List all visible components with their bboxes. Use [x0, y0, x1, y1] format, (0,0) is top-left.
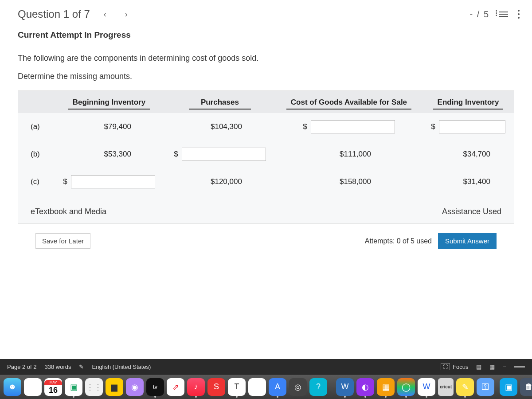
stocks-icon[interactable]: ⇗: [167, 378, 184, 396]
row-label-b: (b): [18, 141, 54, 168]
question-footer: Save for Later Attempts: 0 of 5 used Sub…: [18, 224, 514, 249]
appstore-icon[interactable]: A: [269, 378, 286, 396]
word-status-bar: Page 2 of 2 338 words ✎ English (United …: [0, 359, 532, 374]
spellcheck-icon[interactable]: ✎: [79, 364, 84, 370]
next-question-button[interactable]: ›: [120, 8, 133, 20]
assistance-link[interactable]: Assistance Used: [442, 207, 501, 216]
chrome-icon[interactable]: ◯: [397, 378, 415, 396]
top-bar: Question 1 of 7 ‹ › - / 5: [0, 0, 532, 26]
etextbook-link[interactable]: eTextbook and Media: [31, 207, 106, 216]
zoom-slider[interactable]: ━━━: [514, 364, 525, 370]
photos-icon[interactable]: ✿: [24, 378, 42, 396]
top-bar-right: - / 5: [470, 9, 520, 20]
edit-icon[interactable]: ✎: [248, 378, 266, 396]
a-ending-input[interactable]: [439, 120, 505, 133]
c-purchases: $120,000: [198, 177, 242, 186]
safari-icon[interactable]: ◎: [289, 378, 307, 396]
folder-icon[interactable]: ▆: [106, 378, 123, 396]
c-cogas: $158,000: [327, 177, 371, 186]
dollar-sign: $: [303, 122, 307, 131]
table-row: (b) $53,300 $ $111,000 $34,700: [18, 141, 514, 168]
table-footer: eTextbook and Media Assistance Used: [18, 196, 514, 223]
b-cogas: $111,000: [327, 150, 371, 159]
list-icon[interactable]: [499, 12, 508, 17]
c-ending: $31,400: [446, 177, 490, 186]
page-indicator[interactable]: Page 2 of 2: [7, 364, 37, 370]
table-row: (a) $79,400 $104,300 $ $: [18, 113, 514, 141]
grid-icon[interactable]: ▦: [377, 378, 395, 396]
appletv-icon[interactable]: tv: [146, 378, 164, 396]
podcasts-icon[interactable]: ◉: [126, 378, 144, 396]
save-for-later-button[interactable]: Save for Later: [35, 233, 90, 249]
prev-question-button[interactable]: ‹: [99, 8, 111, 20]
attempts-label: Attempts: 0 of 5 used: [365, 237, 432, 245]
question-text-2: Determine the missing amounts.: [18, 70, 514, 82]
mac-dock: ☻ ✿ MAY 16 ▣ ⋮⋮ ▆ ◉ tv ⇗ ♪ S T ✎ A ◎ ? W…: [0, 374, 532, 399]
b-ending: $34,700: [446, 150, 490, 159]
a-cogas-input[interactable]: [311, 120, 395, 133]
trash-icon[interactable]: 🗑: [520, 378, 532, 396]
canva-icon[interactable]: ◐: [356, 378, 374, 396]
col-ending: Ending Inventory: [433, 98, 504, 110]
table-row: (c) $ $120,000 $158,000 $31,400: [18, 168, 514, 196]
submit-answer-button[interactable]: Submit Answer: [438, 233, 497, 249]
language-indicator[interactable]: English (United States): [92, 364, 151, 370]
more-options-icon[interactable]: [518, 10, 520, 19]
cogs-table: Beginning Inventory Purchases Cost of Go…: [18, 91, 514, 196]
c-beginning-input[interactable]: [71, 175, 155, 188]
notion-s-icon[interactable]: S: [207, 378, 225, 396]
question-number: Question 1 of 7: [18, 8, 90, 20]
key-icon[interactable]: ⚿: [477, 378, 494, 396]
row-label-c: (c): [18, 168, 54, 196]
word-doc-icon[interactable]: W: [418, 378, 435, 396]
generic-app-icon[interactable]: ▣: [500, 378, 517, 396]
a-purchases: $104,300: [198, 122, 242, 131]
b-beginning: $53,300: [87, 150, 131, 159]
table-header-row: Beginning Inventory Purchases Cost of Go…: [18, 91, 514, 113]
notes-icon[interactable]: ✎: [456, 378, 474, 396]
calendar-icon[interactable]: MAY 16: [44, 378, 62, 396]
question-text-1: The following are the components in dete…: [18, 52, 514, 64]
cricut-icon[interactable]: cricut: [438, 378, 454, 396]
finder-icon[interactable]: ☻: [4, 378, 21, 396]
a-beginning: $79,400: [87, 122, 131, 131]
quiz-window: Question 1 of 7 ‹ › - / 5 Current Attemp…: [0, 0, 532, 359]
data-table-container: Beginning Inventory Purchases Cost of Go…: [18, 90, 514, 224]
word-icon[interactable]: W: [336, 378, 354, 396]
dollar-sign: $: [174, 150, 178, 159]
col-beginning: Beginning Inventory: [68, 98, 150, 110]
dollar-sign: $: [431, 122, 435, 131]
view-print-icon[interactable]: ▤: [476, 364, 481, 370]
score-display: - / 5: [470, 9, 489, 20]
top-bar-left: Question 1 of 7 ‹ ›: [18, 8, 133, 20]
music-icon[interactable]: ♪: [187, 378, 205, 396]
b-purchases-input[interactable]: [182, 148, 266, 161]
dollar-sign: $: [63, 177, 67, 186]
facetime-icon[interactable]: ▣: [65, 378, 82, 396]
question-body: The following are the components in dete…: [0, 46, 532, 249]
text-icon[interactable]: T: [228, 378, 246, 396]
col-cogas: Cost of Goods Available for Sale: [286, 98, 411, 110]
help-icon[interactable]: ?: [309, 378, 327, 396]
row-label-a: (a): [18, 113, 54, 141]
focus-mode-button[interactable]: ⛶ Focus: [441, 363, 468, 370]
col-purchases: Purchases: [189, 98, 251, 110]
attempt-status: Current Attempt in Progress: [0, 26, 532, 46]
view-web-icon[interactable]: ▦: [489, 364, 495, 370]
word-count[interactable]: 338 words: [45, 364, 71, 370]
launcher-icon[interactable]: ⋮⋮: [85, 378, 103, 396]
zoom-out-icon[interactable]: −: [503, 364, 506, 370]
